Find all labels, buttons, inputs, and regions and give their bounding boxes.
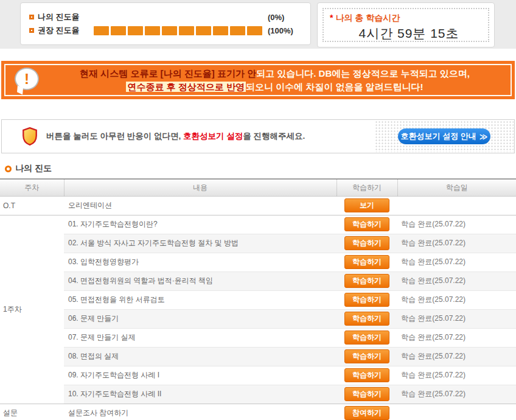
- content-cell: 01. 자기주도학습전형이란?: [64, 215, 336, 234]
- progress-block: [128, 26, 143, 35]
- summary-strip: 나의 진도율 (0%) 권장 진도율 (100%) *나의 총 학습시간 4시간…: [0, 0, 516, 49]
- content-cell: 04. 면접전형위원의 역할과 법적·윤리적 책임: [64, 271, 336, 290]
- my-progress-value: (0%): [268, 13, 284, 22]
- my-progress-label: 나의 진도율: [38, 12, 94, 23]
- compat-guide-button[interactable]: 호환성보기 설정 안내 ≫: [398, 128, 490, 144]
- learn-button[interactable]: 학습하기: [344, 368, 389, 382]
- system-notice-text: 현재 시스템 오류로 [나의 진도율] 표기가 안되고 있습니다. DB에는 정…: [47, 61, 503, 99]
- table-row: O.T오리엔테이션보기: [0, 196, 516, 215]
- section-title-text: 나의 진도: [15, 163, 52, 174]
- week-cell: 1주차: [0, 215, 64, 404]
- content-cell: 06. 문제 만들기: [64, 309, 336, 328]
- progress-block: [94, 26, 109, 35]
- week-cell: O.T: [0, 196, 64, 215]
- table-row: 07. 문제 만들기 실제학습하기학습 완료(25.07.22): [0, 328, 516, 347]
- table-row: 10. 자기주도학습전형 사례 II학습하기학습 완료(25.07.22): [0, 385, 516, 404]
- learn-button[interactable]: 학습하기: [344, 312, 389, 326]
- progress-block: [196, 26, 211, 35]
- system-notice-banner: ! 현재 시스템 오류로 [나의 진도율] 표기가 안되고 있습니다. DB에는…: [1, 61, 515, 99]
- learn-button[interactable]: 참여하기: [344, 406, 389, 420]
- table-row: 03. 입학전형영향평가학습하기학습 완료(25.07.22): [0, 253, 516, 271]
- table-row: 04. 면접전형위원의 역할과 법적·윤리적 책임학습하기학습 완료(25.07…: [0, 271, 516, 290]
- notice-line2: 연수종료 후 정상적으로 반영되오니 이수에 차질이 없음을 알려드립니다!: [47, 80, 503, 94]
- content-cell: 02. 서울 방식 자사고 자기주도학습전형 절차 및 방법: [64, 234, 336, 253]
- learn-button[interactable]: 학습하기: [344, 349, 389, 363]
- learn-cell: 학습하기: [336, 366, 397, 385]
- content-cell: 10. 자기주도학습전형 사례 II: [64, 385, 336, 404]
- date-cell: 학습 완료(25.07.22): [397, 385, 516, 404]
- date-cell: [397, 404, 516, 420]
- notice-line1: 현재 시스템 오류로 [나의 진도율] 표기가 안되고 있습니다. DB에는 정…: [47, 67, 503, 80]
- week-cell: 설문: [0, 404, 64, 420]
- total-time-value: 4시간 59분 15초: [330, 25, 488, 42]
- header-content: 내용: [64, 179, 336, 196]
- recommended-progress-label: 권장 진도율: [38, 25, 94, 36]
- learn-cell: 학습하기: [336, 271, 397, 290]
- learn-cell: 학습하기: [336, 215, 397, 234]
- asterisk-icon: *: [330, 13, 333, 23]
- date-cell: 학습 완료(25.07.22): [397, 253, 516, 271]
- date-cell: [397, 196, 516, 215]
- my-progress-row: 나의 진도율 (0%): [29, 10, 310, 24]
- recommended-progress-row: 권장 진도율 (100%): [29, 24, 310, 37]
- content-cell: 09. 자기주도학습전형 사례 I: [64, 366, 336, 385]
- learn-button[interactable]: 학습하기: [344, 293, 389, 307]
- progress-block: [145, 26, 160, 35]
- recommended-progress-value: (100%): [268, 26, 293, 35]
- square-bullet-icon: [29, 28, 34, 33]
- learn-button[interactable]: 보기: [344, 198, 389, 212]
- learn-button[interactable]: 학습하기: [344, 255, 389, 269]
- progress-block: [230, 26, 245, 35]
- learn-button[interactable]: 학습하기: [344, 387, 389, 401]
- learn-button[interactable]: 학습하기: [344, 274, 389, 288]
- compat-settings-link[interactable]: 호환성보기 설정: [183, 131, 243, 141]
- date-cell: 학습 완료(25.07.22): [397, 290, 516, 309]
- table-row: 1주차01. 자기주도학습전형이란?학습하기학습 완료(25.07.22): [0, 215, 516, 234]
- date-cell: 학습 완료(25.07.22): [397, 347, 516, 366]
- total-time-box: *나의 총 학습시간 4시간 59분 15초: [317, 2, 495, 47]
- content-cell: 설문조사 참여하기: [64, 404, 336, 420]
- shield-icon: [22, 127, 38, 145]
- content-cell: 08. 면접의 실제: [64, 347, 336, 366]
- ring-bullet-icon: [5, 166, 12, 172]
- compatibility-text: 버튼을 눌러도 아무런 반응이 없다면, 호환성보기 설정을 진행해주세요.: [46, 131, 305, 142]
- section-title: 나의 진도: [5, 164, 516, 173]
- progress-block: [111, 26, 126, 35]
- double-arrow-icon: ≫: [479, 132, 488, 141]
- content-cell: 03. 입학전형영향평가: [64, 253, 336, 271]
- learn-button[interactable]: 학습하기: [344, 217, 389, 231]
- table-row: 05. 면접전형을 위한 서류검토학습하기학습 완료(25.07.22): [0, 290, 516, 309]
- table-header-row: 주차 내용 학습하기 학습일: [0, 179, 516, 196]
- date-cell: 학습 완료(25.07.22): [397, 309, 516, 328]
- learn-button[interactable]: 학습하기: [344, 331, 389, 345]
- header-date: 학습일: [397, 179, 516, 196]
- progress-rate-box: 나의 진도율 (0%) 권장 진도율 (100%): [20, 2, 311, 45]
- progress-table: 주차 내용 학습하기 학습일 O.T오리엔테이션보기1주차01. 자기주도학습전…: [0, 178, 516, 420]
- learn-button[interactable]: 학습하기: [344, 236, 389, 250]
- exclamation-bubble-icon: !: [15, 68, 39, 90]
- date-cell: 학습 완료(25.07.22): [397, 271, 516, 290]
- learn-cell: 학습하기: [336, 234, 397, 253]
- content-cell: 07. 문제 만들기 실제: [64, 328, 336, 347]
- square-bullet-icon: [29, 15, 34, 19]
- table-row: 09. 자기주도학습전형 사례 I학습하기학습 완료(25.07.22): [0, 366, 516, 385]
- learn-cell: 학습하기: [336, 309, 397, 328]
- date-cell: 학습 완료(25.07.22): [397, 215, 516, 234]
- progress-block: [247, 26, 262, 35]
- compatibility-notice-bar: 버튼을 눌러도 아무런 반응이 없다면, 호환성보기 설정을 진행해주세요. 호…: [1, 119, 515, 153]
- table-row: 08. 면접의 실제학습하기학습 완료(25.07.22): [0, 347, 516, 366]
- learn-cell: 참여하기: [336, 404, 397, 420]
- header-week: 주차: [0, 179, 64, 196]
- learn-cell: 학습하기: [336, 290, 397, 309]
- date-cell: 학습 완료(25.07.22): [397, 234, 516, 253]
- compat-button-area: 호환성보기 설정 안내 ≫: [375, 121, 514, 152]
- content-cell: 05. 면접전형을 위한 서류검토: [64, 290, 336, 309]
- total-time-label: *나의 총 학습시간: [330, 13, 488, 24]
- total-time-inner: *나의 총 학습시간 4시간 59분 15초: [322, 8, 489, 42]
- progress-table-body: O.T오리엔테이션보기1주차01. 자기주도학습전형이란?학습하기학습 완료(2…: [0, 196, 516, 420]
- table-row: 06. 문제 만들기학습하기학습 완료(25.07.22): [0, 309, 516, 328]
- progress-block: [179, 26, 194, 35]
- table-row: 02. 서울 방식 자사고 자기주도학습전형 절차 및 방법학습하기학습 완료(…: [0, 234, 516, 253]
- learn-cell: 학습하기: [336, 253, 397, 271]
- header-learn: 학습하기: [336, 179, 397, 196]
